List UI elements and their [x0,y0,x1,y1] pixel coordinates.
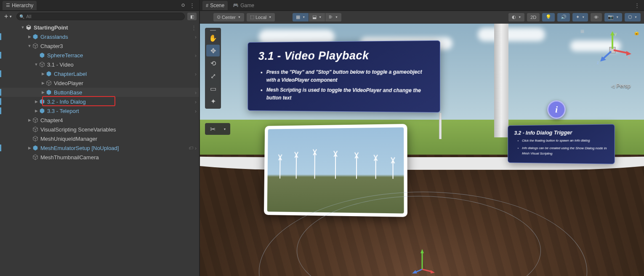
hidden-toggle[interactable]: 👁 [591,13,602,21]
gizmo-icon: ⬡ [628,14,632,20]
increment-snap-button[interactable]: ⊪▼ [325,13,341,21]
chevron-right-icon[interactable]: › [193,34,197,40]
scene-panel: # Scene 🎮 Game ⋮ ⊙ Center ▼ ⬚ Local ▼ ▦▼… [200,0,644,276]
move-tool-button[interactable]: ✥ [206,45,220,56]
custom-tool-dropdown[interactable]: ▼ [221,124,228,134]
camera-icon: 📷 [608,14,614,20]
chevron-right-icon[interactable]: › [193,52,197,59]
pivot-mode-dropdown[interactable]: ⊙ Center ▼ [213,13,244,21]
context-menu-icon[interactable]: ⋮ [189,24,197,31]
scene-viewport[interactable]: 3.1 - Video Playback Press the "Play" an… [200,24,644,276]
item-label: Chapter3 [40,43,197,49]
search-icon: 🔍 [19,14,24,19]
gameobject-cube-icon [32,43,39,49]
caret-down-icon: ▼ [269,16,271,19]
tree-row-meshemulator[interactable]: ▶ MeshEmulatorSetup [NoUpload] 🏷 › [0,143,199,153]
hierarchy-tab-label: Hierarchy [12,3,33,8]
chevron-right-icon[interactable]: › [193,108,197,114]
hierarchy-tab-bar: ☰ Hierarchy ⭘ ⋮ [0,0,199,11]
hand-tool-button[interactable]: ✋ [206,32,220,44]
hierarchy-search[interactable]: 🔍 [16,13,185,20]
space-mode-dropdown[interactable]: ⬚ Local ▼ [247,13,275,21]
collapse-arrow-icon[interactable]: ▶ [40,72,45,76]
transform-gizmo[interactable] [410,248,435,275]
create-dropdown[interactable]: + ▼ [3,12,14,21]
collapse-arrow-icon[interactable]: ▶ [27,118,32,122]
tree-row-chapter3[interactable]: ▼ Chapter3 [0,41,199,51]
expand-arrow-icon[interactable]: ▼ [34,62,39,67]
scene-row-startingpoint[interactable]: ▼ StartingPoint ⋮ [0,23,199,32]
chevron-right-icon[interactable]: › [193,89,197,96]
scene-icon: # [206,3,208,8]
speaker-icon: 🔊 [561,14,567,20]
lighting-toggle[interactable]: 💡 [542,13,555,21]
tree-row-visualscripting[interactable]: ▶ VisualScripting SceneVariables [0,125,199,134]
collapse-arrow-icon[interactable]: ▶ [34,99,39,104]
fx-toggle[interactable]: ✦▼ [572,13,588,21]
rect-tool-button[interactable]: ▭ [206,83,220,94]
drag-handle-icon[interactable] [205,29,221,32]
hierarchy-tab[interactable]: ☰ Hierarchy [3,1,37,10]
pivot-label: Center [222,15,236,20]
svg-marker-10 [431,270,435,273]
rotate-tool-button[interactable]: ⟲ [206,57,220,69]
magnet-icon: ⬓ [312,14,317,20]
lock-icon[interactable]: ⭘ [179,2,188,8]
game-tab[interactable]: 🎮 Game [229,1,258,10]
scene-tab-label: Scene [210,3,224,8]
tree-row-meshthumbnail[interactable]: ▶ MeshThumbnailCamera [0,153,199,162]
expand-arrow-icon[interactable]: ▼ [27,44,32,48]
caret-down-icon: ▼ [224,128,226,131]
tree-row-sphereterrace[interactable]: ▶ SphereTerrace › [0,51,199,60]
chevron-right-icon[interactable]: › [193,99,197,105]
caret-down-icon: ▼ [319,16,322,19]
search-input[interactable] [26,14,182,19]
item-label: MeshUniqueIdManager [40,136,197,142]
tree-row-31video[interactable]: ▼ 3.1 - Video [0,60,199,69]
hierarchy-icon: ☰ [6,3,10,8]
tools-icon: ✂ [210,125,216,133]
collapse-arrow-icon[interactable]: ▶ [27,146,32,150]
tree-row-chapterlabel[interactable]: ▶ ChapterLabel › [0,69,199,78]
overlay-menu-icon[interactable]: ≡ [580,28,585,35]
transform-tool-button[interactable]: ✦ [206,95,220,107]
plus-icon: + [4,13,8,20]
audio-toggle[interactable]: 🔊 [557,13,570,21]
custom-tool-button[interactable]: ✂ [207,124,218,134]
panel-menu-icon[interactable]: ⋮ [188,2,197,8]
collapse-arrow-icon[interactable]: ▶ [40,90,45,94]
scene-tab[interactable]: # Scene [202,1,228,10]
collapse-arrow-icon[interactable]: ▶ [40,81,45,85]
grid-snap-button[interactable]: ▦▼ [293,13,309,21]
tree-row-33teleport[interactable]: ▶ 3.3 - Teleport › [0,106,199,115]
hand-icon: ✋ [209,34,217,42]
projection-label[interactable]: ◁ Persp [611,83,631,89]
2d-toggle[interactable]: 2D [527,13,540,21]
item-label: MeshThumbnailCamera [40,154,197,161]
tree-row-videoplayer[interactable]: ▶ VideoPlayer [0,78,199,88]
card-bullet: Press the "Play" and "Stop" button below… [266,68,428,84]
expand-arrow-icon[interactable]: ▼ [20,25,25,29]
tree-row-grasslands[interactable]: ▶ Grasslands › [0,32,199,41]
tree-row-chapter4[interactable]: ▶ Chapter4 [0,115,199,125]
scale-tool-button[interactable]: ⤢ [206,70,220,82]
gizmos-dropdown[interactable]: ⬡▼ [625,13,641,21]
collapse-arrow-icon[interactable]: ▶ [27,35,32,39]
search-layer-button[interactable]: ◧ [187,13,197,20]
tree-row-32info[interactable]: ▶ 3.2 - Info Dialog › [0,97,199,106]
collapse-arrow-icon[interactable]: ▶ [34,109,39,113]
tree-row-buttonbase[interactable]: ▶ ButtonBase › [0,88,199,97]
orientation-gizmo[interactable]: y x z [593,31,631,69]
item-label: ChapterLabel [54,71,193,77]
scene-pillar [439,113,442,139]
camera-button[interactable]: 📷▼ [604,13,622,21]
item-label: Chapter4 [40,117,197,123]
draw-mode-dropdown[interactable]: ◐▼ [508,13,524,21]
snap-settings-button[interactable]: ⬓▼ [309,13,325,21]
chevron-right-icon[interactable]: › [193,145,197,151]
chevron-right-icon[interactable]: › [193,71,197,77]
rotate-icon: ⟲ [210,59,216,67]
gizmo-lock-icon[interactable]: 🔓 [633,29,640,35]
panel-menu-icon[interactable]: ⋮ [633,2,641,8]
tree-row-meshunique[interactable]: ▶ MeshUniqueIdManager [0,134,199,143]
